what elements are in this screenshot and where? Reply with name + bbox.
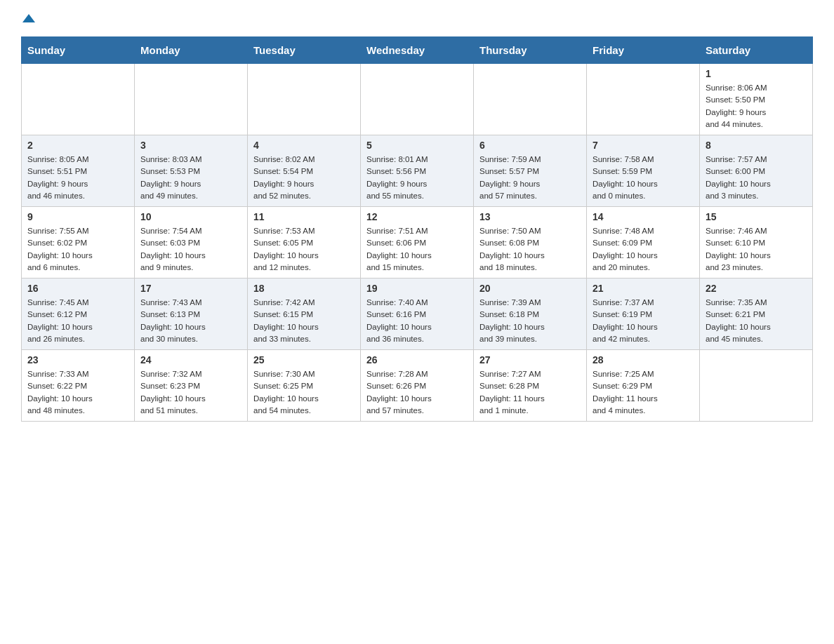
- day-info: Sunrise: 7:27 AM Sunset: 6:28 PM Dayligh…: [479, 368, 581, 417]
- day-info: Sunrise: 7:45 AM Sunset: 6:12 PM Dayligh…: [27, 297, 128, 345]
- calendar-cell: 24Sunrise: 7:32 AM Sunset: 6:23 PM Dayli…: [135, 350, 248, 422]
- calendar-week-5: 23Sunrise: 7:33 AM Sunset: 6:22 PM Dayli…: [22, 350, 813, 422]
- day-number: 7: [593, 140, 694, 151]
- calendar-cell: 25Sunrise: 7:30 AM Sunset: 6:25 PM Dayli…: [248, 350, 361, 422]
- weekday-header-row: SundayMondayTuesdayWednesdayThursdayFrid…: [22, 37, 813, 64]
- day-number: 22: [706, 283, 807, 294]
- day-info: Sunrise: 7:43 AM Sunset: 6:13 PM Dayligh…: [140, 297, 241, 345]
- day-info: Sunrise: 7:28 AM Sunset: 6:26 PM Dayligh…: [366, 368, 468, 417]
- day-number: 27: [479, 354, 581, 365]
- weekday-header-sunday: Sunday: [22, 37, 135, 64]
- calendar-cell: 27Sunrise: 7:27 AM Sunset: 6:28 PM Dayli…: [474, 350, 587, 422]
- day-info: Sunrise: 7:53 AM Sunset: 6:05 PM Dayligh…: [253, 225, 355, 274]
- day-number: 14: [593, 211, 694, 222]
- calendar-cell: 4Sunrise: 8:02 AM Sunset: 5:54 PM Daylig…: [248, 135, 361, 207]
- calendar-cell: 13Sunrise: 7:50 AM Sunset: 6:08 PM Dayli…: [474, 207, 587, 279]
- calendar-cell: 22Sunrise: 7:35 AM Sunset: 6:21 PM Dayli…: [700, 279, 813, 350]
- calendar-cell: [587, 64, 700, 135]
- calendar-cell: [22, 64, 135, 135]
- day-number: 13: [479, 211, 581, 222]
- day-number: 19: [366, 283, 468, 294]
- calendar-cell: 21Sunrise: 7:37 AM Sunset: 6:19 PM Dayli…: [587, 279, 700, 350]
- day-number: 20: [479, 283, 581, 294]
- day-info: Sunrise: 7:32 AM Sunset: 6:23 PM Dayligh…: [140, 368, 241, 417]
- page-header: [21, 14, 813, 22]
- day-number: 10: [140, 211, 241, 222]
- day-info: Sunrise: 8:06 AM Sunset: 5:50 PM Dayligh…: [706, 82, 807, 130]
- day-number: 1: [706, 68, 807, 79]
- calendar-cell: 15Sunrise: 7:46 AM Sunset: 6:10 PM Dayli…: [700, 207, 813, 279]
- calendar-cell: 16Sunrise: 7:45 AM Sunset: 6:12 PM Dayli…: [22, 279, 135, 350]
- weekday-header-friday: Friday: [587, 37, 700, 64]
- day-info: Sunrise: 7:55 AM Sunset: 6:02 PM Dayligh…: [27, 225, 128, 274]
- day-number: 18: [253, 283, 355, 294]
- calendar-cell: [248, 64, 361, 135]
- day-number: 11: [253, 211, 355, 222]
- calendar-cell: [700, 350, 813, 422]
- calendar-week-4: 16Sunrise: 7:45 AM Sunset: 6:12 PM Dayli…: [22, 279, 813, 350]
- day-number: 12: [366, 211, 468, 222]
- day-info: Sunrise: 7:57 AM Sunset: 6:00 PM Dayligh…: [706, 154, 807, 202]
- calendar-cell: 7Sunrise: 7:58 AM Sunset: 5:59 PM Daylig…: [587, 135, 700, 207]
- calendar-cell: 26Sunrise: 7:28 AM Sunset: 6:26 PM Dayli…: [361, 350, 474, 422]
- day-number: 28: [593, 354, 694, 365]
- day-number: 26: [366, 354, 468, 365]
- calendar-cell: 8Sunrise: 7:57 AM Sunset: 6:00 PM Daylig…: [700, 135, 813, 207]
- day-info: Sunrise: 7:50 AM Sunset: 6:08 PM Dayligh…: [479, 225, 581, 274]
- calendar-cell: 11Sunrise: 7:53 AM Sunset: 6:05 PM Dayli…: [248, 207, 361, 279]
- calendar-cell: 1Sunrise: 8:06 AM Sunset: 5:50 PM Daylig…: [700, 64, 813, 135]
- day-info: Sunrise: 7:59 AM Sunset: 5:57 PM Dayligh…: [479, 154, 581, 202]
- day-info: Sunrise: 7:51 AM Sunset: 6:06 PM Dayligh…: [366, 225, 468, 274]
- calendar-cell: 5Sunrise: 8:01 AM Sunset: 5:56 PM Daylig…: [361, 135, 474, 207]
- calendar-cell: [135, 64, 248, 135]
- calendar-cell: 17Sunrise: 7:43 AM Sunset: 6:13 PM Dayli…: [135, 279, 248, 350]
- day-number: 9: [27, 211, 128, 222]
- day-info: Sunrise: 8:05 AM Sunset: 5:51 PM Dayligh…: [27, 154, 128, 202]
- logo: [21, 14, 35, 22]
- day-info: Sunrise: 7:35 AM Sunset: 6:21 PM Dayligh…: [706, 297, 807, 345]
- calendar-week-2: 2Sunrise: 8:05 AM Sunset: 5:51 PM Daylig…: [22, 135, 813, 207]
- calendar-week-3: 9Sunrise: 7:55 AM Sunset: 6:02 PM Daylig…: [22, 207, 813, 279]
- day-number: 21: [593, 283, 694, 294]
- day-number: 17: [140, 283, 241, 294]
- day-number: 24: [140, 354, 241, 365]
- calendar-cell: 20Sunrise: 7:39 AM Sunset: 6:18 PM Dayli…: [474, 279, 587, 350]
- calendar-table: SundayMondayTuesdayWednesdayThursdayFrid…: [21, 36, 813, 422]
- day-info: Sunrise: 7:33 AM Sunset: 6:22 PM Dayligh…: [27, 368, 128, 417]
- logo-triangle-up: [22, 14, 35, 22]
- weekday-header-wednesday: Wednesday: [361, 37, 474, 64]
- day-info: Sunrise: 7:39 AM Sunset: 6:18 PM Dayligh…: [479, 297, 581, 345]
- day-number: 25: [253, 354, 355, 365]
- weekday-header-saturday: Saturday: [700, 37, 813, 64]
- day-number: 4: [253, 140, 355, 151]
- calendar-cell: 12Sunrise: 7:51 AM Sunset: 6:06 PM Dayli…: [361, 207, 474, 279]
- day-info: Sunrise: 8:01 AM Sunset: 5:56 PM Dayligh…: [366, 154, 468, 202]
- calendar-cell: 2Sunrise: 8:05 AM Sunset: 5:51 PM Daylig…: [22, 135, 135, 207]
- day-info: Sunrise: 7:58 AM Sunset: 5:59 PM Dayligh…: [593, 154, 694, 202]
- day-number: 3: [140, 140, 241, 151]
- day-number: 5: [366, 140, 468, 151]
- day-info: Sunrise: 7:30 AM Sunset: 6:25 PM Dayligh…: [253, 368, 355, 417]
- weekday-header-tuesday: Tuesday: [248, 37, 361, 64]
- day-number: 8: [706, 140, 807, 151]
- calendar-cell: 19Sunrise: 7:40 AM Sunset: 6:16 PM Dayli…: [361, 279, 474, 350]
- weekday-header-monday: Monday: [135, 37, 248, 64]
- day-info: Sunrise: 7:37 AM Sunset: 6:19 PM Dayligh…: [593, 297, 694, 345]
- day-info: Sunrise: 7:46 AM Sunset: 6:10 PM Dayligh…: [706, 225, 807, 274]
- calendar-cell: 23Sunrise: 7:33 AM Sunset: 6:22 PM Dayli…: [22, 350, 135, 422]
- day-info: Sunrise: 7:42 AM Sunset: 6:15 PM Dayligh…: [253, 297, 355, 345]
- day-number: 15: [706, 211, 807, 222]
- calendar-cell: 14Sunrise: 7:48 AM Sunset: 6:09 PM Dayli…: [587, 207, 700, 279]
- calendar-cell: 3Sunrise: 8:03 AM Sunset: 5:53 PM Daylig…: [135, 135, 248, 207]
- day-info: Sunrise: 7:48 AM Sunset: 6:09 PM Dayligh…: [593, 225, 694, 274]
- calendar-cell: [474, 64, 587, 135]
- day-number: 2: [27, 140, 128, 151]
- weekday-header-thursday: Thursday: [474, 37, 587, 64]
- calendar-cell: 6Sunrise: 7:59 AM Sunset: 5:57 PM Daylig…: [474, 135, 587, 207]
- calendar-cell: 9Sunrise: 7:55 AM Sunset: 6:02 PM Daylig…: [22, 207, 135, 279]
- calendar-cell: 10Sunrise: 7:54 AM Sunset: 6:03 PM Dayli…: [135, 207, 248, 279]
- calendar-cell: [361, 64, 474, 135]
- day-number: 23: [27, 354, 128, 365]
- day-number: 6: [479, 140, 581, 151]
- day-number: 16: [27, 283, 128, 294]
